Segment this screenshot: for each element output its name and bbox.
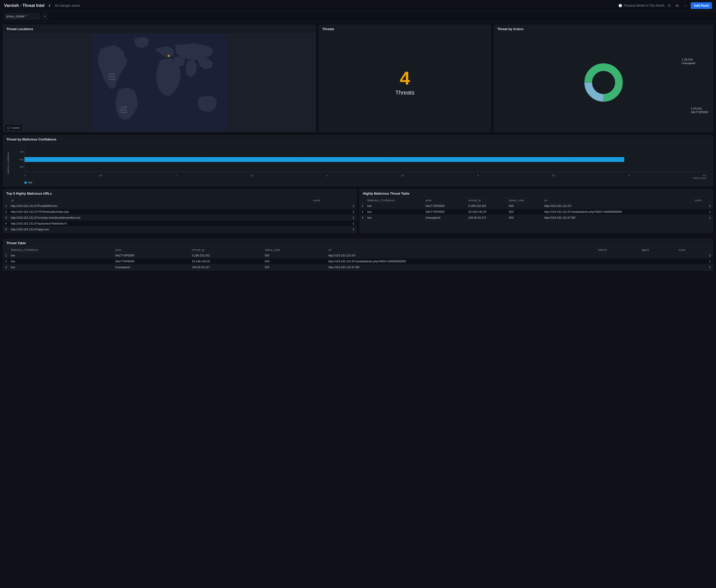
list-item: 5 http://103.102.131.67/app/.env 1 <box>3 227 356 232</box>
row-agent <box>640 253 677 258</box>
threat-actors-panel: Threat by Actors 1 (25.0%)Unassigned <box>494 25 713 132</box>
confidence-chart-title: Threat by Malicious Confidence <box>3 135 713 144</box>
highly-malicious-title: Highly Malicious Threat Table <box>360 190 713 198</box>
row-count: 1 <box>676 265 713 270</box>
mapbox-logo-text: mapbox <box>11 126 20 129</box>
row-remote-ip: 23.148.145.29 <box>190 258 263 265</box>
threats-panel: Threats 4 Threats <box>319 25 491 132</box>
donut-chart-svg <box>578 57 629 108</box>
refresh-icon-button[interactable]: ↻ <box>667 3 672 9</box>
y-label-null-bottom: null <box>11 166 23 168</box>
svg-text:South: South <box>121 106 127 108</box>
hm-col-confidence: Malicious_Confidence <box>365 198 424 203</box>
cluster-filter-input[interactable] <box>4 13 40 19</box>
toolbar: + <box>0 11 716 22</box>
time-range-label: Previous Month to This Month <box>624 4 664 7</box>
row-count: 2 <box>311 209 356 215</box>
confidence-chart-body: malicious_confidence <box>3 144 713 186</box>
app-header: Varnish - Threat Intel ⬆ All changes sav… <box>0 0 716 11</box>
hm-col-count: count <box>693 198 713 203</box>
row-remote-ip: 5.189.153.252 <box>190 253 263 258</box>
world-map-svg: North Atlantic Ocean South Atlantic Ocea… <box>3 33 315 132</box>
row-uri: http://103.102.131.67:80/ <box>542 215 693 221</box>
svg-text:Ocean: Ocean <box>109 78 116 81</box>
table-row: 1 low SALTYSPIDER 5.189.153.252 503 http… <box>360 203 713 209</box>
row-confidence: low <box>9 253 113 258</box>
row-count: 2 <box>676 253 713 258</box>
row-count: 1 <box>311 203 356 209</box>
row-status: 503 <box>507 203 542 209</box>
tt-col-referrer: referrer <box>596 247 640 253</box>
col-num-header <box>3 198 9 203</box>
row-uri: http://103.102.131.67/ <box>542 203 693 209</box>
row-remote-ip: 149.56.34.217 <box>190 265 263 270</box>
row-remote-ip: 5.189.153.252 <box>466 203 507 209</box>
chart-legend: low <box>24 181 710 184</box>
row-actor: SALTYSPIDER <box>424 203 466 209</box>
svg-point-7 <box>168 55 170 57</box>
col-count-header: count <box>311 198 356 203</box>
table-row: 2 low SALTYSPIDER 23.148.145.29 503 http… <box>360 209 713 215</box>
x-label-4: 4 <box>628 174 630 177</box>
row-confidence: low <box>365 203 424 209</box>
hm-col-remote-ip: remote_ip <box>466 198 507 203</box>
x-label-05: 0.5 <box>99 174 102 177</box>
map-container[interactable]: North Atlantic Ocean South Atlantic Ocea… <box>3 33 315 132</box>
row-num: 3 <box>3 265 9 270</box>
top5-urls-body: uri count 1 http://103.102.131.67/Portal… <box>3 198 356 232</box>
row-num: 1 <box>3 253 9 258</box>
share-icon-button[interactable]: ⬆ <box>47 3 52 8</box>
row-actor: Unassigned <box>424 215 466 221</box>
svg-text:Atlantic: Atlantic <box>107 75 116 78</box>
filter-icon-button[interactable]: ⚙ <box>675 3 680 9</box>
x-label-0: 0 <box>24 174 26 177</box>
row-count: 1 <box>311 221 356 227</box>
add-filter-button[interactable]: + <box>42 13 48 19</box>
row-count: 1 <box>693 215 713 221</box>
row-remote-ip: 23.148.145.29 <box>466 209 507 215</box>
threat-table: Malicious_Confidence actor remote_ip sta… <box>3 247 713 270</box>
threat-table-panel: Threat Table Malicious_Confidence actor … <box>3 239 713 271</box>
x-label-45: 4.5 <box>703 174 706 177</box>
highly-malicious-table: Malicious_Confidence actor remote_ip sta… <box>360 198 713 221</box>
legend-saltyspider: 3 (75.0%)SALTYSPIDER <box>691 107 708 114</box>
table-row: 1 low SALTYSPIDER 5.189.153.252 503 http… <box>3 253 713 258</box>
threat-label: Threats <box>395 89 414 96</box>
legend-saltyspider-text: 3 (75.0%)SALTYSPIDER <box>691 107 708 114</box>
row-num: 1 <box>3 203 9 209</box>
row-uri: http://103.102.131.67/TP/html/public/ind… <box>9 209 311 215</box>
row-num: 4 <box>3 221 9 227</box>
row-actor: SALTYSPIDER <box>113 253 190 258</box>
row-count: 1 <box>676 258 713 265</box>
row-uri: http://103.102.131.67/app/.env <box>9 227 311 232</box>
row-confidence: low <box>9 265 113 270</box>
add-panel-button[interactable]: Add Panel <box>691 2 712 9</box>
more-options-button[interactable]: ⋯ <box>682 3 688 9</box>
tt-col-num <box>3 247 9 253</box>
x-label-35: 3.5 <box>552 174 555 177</box>
row-num: 2 <box>360 209 365 215</box>
table-row: 3 low Unassigned 149.56.34.217 503 http:… <box>360 215 713 221</box>
legend-dot-low <box>24 181 27 184</box>
row-count: 1 <box>311 227 356 232</box>
row-agent <box>640 258 677 265</box>
header-right: 🕐 Previous Month to This Month ↻ ⚙ ⋯ Add… <box>618 2 712 9</box>
legend-unassigned: 1 (25.0%)Unassigned <box>682 58 695 65</box>
chart-inner: null low null <box>24 148 706 172</box>
row-remote-ip: 149.56.34.217 <box>466 215 507 221</box>
threat-count: 4 <box>400 69 410 87</box>
row-confidence: low <box>9 258 113 265</box>
middle-row: Threat by Malicious Confidence malicious… <box>3 135 713 186</box>
row-status: 503 <box>263 265 326 270</box>
threat-locations-body: North Atlantic Ocean South Atlantic Ocea… <box>3 33 315 132</box>
row-agent <box>640 265 677 270</box>
threat-table-title: Threat Table <box>3 239 713 247</box>
row-referrer <box>596 258 640 265</box>
x-axis-labels: 0 0.5 1 1.5 2 2.5 3 3.5 4 4.5 <box>24 174 706 177</box>
threat-locations-panel: Threat Locations <box>3 25 316 132</box>
hm-col-actor: actor <box>424 198 466 203</box>
save-status: All changes saved <box>55 4 80 7</box>
threat-actors-body: 1 (25.0%)Unassigned 3 (75.0%)SALTYSPIDER <box>494 33 713 132</box>
x-label-3: 3 <box>477 174 478 177</box>
row-status: 503 <box>263 253 326 258</box>
